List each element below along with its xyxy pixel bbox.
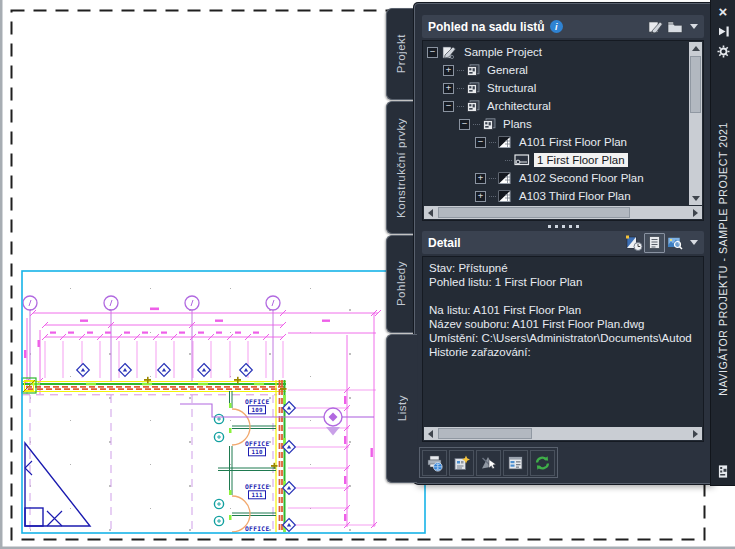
detail-panel: Stav: Přístupné Pohled listu: 1 First Fl… — [422, 256, 704, 442]
scroll-left-arrow[interactable] — [428, 209, 433, 217]
tree-item-structural[interactable]: + Structural — [427, 79, 703, 97]
room-label: OFFICE — [245, 440, 270, 447]
open-folder-icon[interactable] — [665, 18, 684, 36]
subset-icon — [466, 64, 480, 76]
scroll-right-arrow[interactable] — [693, 430, 698, 438]
collapse-toggle[interactable]: − — [475, 137, 486, 148]
tab-label: Projekt — [395, 34, 407, 73]
sheet-selections-icon — [507, 455, 524, 471]
sheets-toolbar — [419, 447, 558, 478]
scroll-up-arrow[interactable] — [692, 46, 700, 51]
chevron-down-icon[interactable] — [690, 24, 698, 29]
scrollbar-thumb[interactable] — [690, 56, 701, 113]
tree-item-label: Architectural — [484, 99, 554, 113]
subset-icon — [466, 100, 480, 112]
publish-button[interactable] — [422, 450, 447, 476]
tree-item-sample-project[interactable]: − Sample Project — [427, 43, 703, 61]
tree-item-label: Plans — [500, 117, 535, 131]
collapse-toggle[interactable]: − — [427, 47, 438, 58]
palette-window-icon[interactable] — [714, 464, 732, 479]
room-label: OFFICE — [245, 483, 270, 490]
repath-icon — [480, 455, 497, 471]
window-edge-left — [0, 0, 3, 549]
sheet-selections-button[interactable] — [503, 450, 528, 476]
detail-location-line: Umístění: C:\Users\Administrator\Documen… — [423, 331, 703, 345]
tab-projekt[interactable]: Projekt — [386, 8, 415, 100]
detail-blank-line — [423, 289, 703, 303]
info-icon[interactable]: i — [550, 20, 563, 33]
view-icon — [514, 154, 530, 166]
wall-end-cap — [22, 378, 36, 393]
chevron-down-icon[interactable] — [690, 240, 698, 245]
etransmit-button[interactable] — [449, 450, 474, 476]
project-navigator-palette: Pohled na sadu listů i − — [414, 3, 711, 484]
sheet-icon — [498, 190, 512, 203]
tree-item-first-floor-view[interactable]: 1 First Floor Plan — [427, 151, 703, 169]
expand-toggle[interactable]: + — [443, 65, 454, 76]
scroll-down-arrow[interactable] — [692, 196, 700, 201]
sheet-icon — [498, 136, 512, 149]
etransmit-icon — [453, 455, 470, 471]
tree-item-general[interactable]: + General — [427, 61, 703, 79]
palette-title[interactable]: NAVIGÁTOR PROJEKTU - SAMPLE PROJECT 2021 — [717, 59, 729, 459]
repath-button[interactable] — [476, 450, 501, 476]
detail-horizontal-scrollbar[interactable] — [424, 427, 702, 440]
tree-item-label: A103 Third Floor Plan — [516, 189, 634, 203]
auto-hide-pin-icon[interactable] — [714, 24, 732, 39]
tree-item-label: A101 First Floor Plan — [516, 135, 630, 149]
autocad-window: OFFICE 109 OFFICE 110 OFFICE 111 OFFICE — [0, 0, 735, 549]
edit-sheet-set-icon[interactable] — [646, 18, 665, 36]
tree-vertical-scrollbar[interactable] — [689, 42, 702, 205]
tree-horizontal-scrollbar[interactable] — [424, 206, 702, 219]
project-icon — [441, 45, 457, 59]
sheet-set-header: Pohled na sadu listů i — [422, 15, 704, 38]
scroll-right-arrow[interactable] — [693, 209, 698, 217]
sheet-tree: − Sample Project + — [422, 40, 704, 221]
palette-titlebar: × NAVIGÁTOR PROJEKTU - SAMPLE PROJECT 20… — [711, 0, 735, 485]
properties-gear-icon[interactable] — [714, 44, 732, 59]
scrollbar-thumb[interactable] — [438, 207, 630, 218]
tab-konstrukcni-prvky[interactable]: Konstrukční prvky — [386, 101, 415, 234]
expand-toggle[interactable]: + — [475, 191, 486, 202]
tree-item-a102[interactable]: + A102 Second Floor Plan — [427, 169, 703, 187]
tab-label: Konstrukční prvky — [395, 118, 407, 218]
preview-image-icon[interactable] — [665, 234, 684, 252]
tree-item-architectural[interactable]: − Architectural — [427, 97, 703, 115]
scroll-left-arrow[interactable] — [428, 430, 433, 438]
detail-sheet-view-line: Pohled listu: 1 First Floor Plan — [423, 275, 703, 289]
room-number: 111 — [252, 492, 264, 498]
sheet-history-icon[interactable] — [625, 234, 644, 252]
tree-item-a101[interactable]: − A101 First Floor Plan — [427, 133, 703, 151]
collapse-toggle[interactable]: − — [443, 101, 454, 112]
detail-header-title: Detail — [428, 236, 461, 250]
collapse-toggle[interactable]: − — [459, 119, 470, 130]
expand-toggle[interactable]: + — [475, 173, 486, 184]
sheet-set-header-title: Pohled na sadu listů — [428, 20, 545, 34]
subset-icon — [482, 118, 496, 130]
refresh-button[interactable] — [530, 450, 555, 476]
tree-item-plans[interactable]: − Plans — [427, 115, 703, 133]
scrollbar-thumb[interactable] — [438, 428, 532, 439]
tree-item-label: 1 First Floor Plan — [534, 153, 628, 167]
room-number: 109 — [252, 407, 264, 413]
room-label: OFFICE — [245, 525, 270, 532]
panel-splitter[interactable] — [422, 222, 704, 231]
sheet-icon — [498, 172, 512, 185]
tree-item-label: General — [484, 63, 531, 77]
tree-item-label: A102 Second Floor Plan — [516, 171, 647, 185]
tab-label: Listy — [396, 395, 408, 421]
tab-label: Pohledy — [395, 261, 407, 306]
close-icon[interactable]: × — [714, 4, 732, 19]
tab-pohledy[interactable]: Pohledy — [386, 235, 415, 333]
tree-item-a103[interactable]: + A103 Third Floor Plan — [427, 187, 703, 205]
tab-listy[interactable]: Listy — [386, 334, 417, 483]
room-number: 110 — [252, 449, 264, 455]
detail-header: Detail — [422, 231, 704, 254]
detail-filename-line: Název souboru: A101 First Floor Plan.dwg — [423, 317, 703, 331]
subset-icon — [466, 82, 480, 94]
expand-toggle[interactable]: + — [443, 83, 454, 94]
detail-status-line: Stav: Přístupné — [423, 261, 703, 275]
tree-item-label: Sample Project — [461, 45, 545, 59]
details-text-icon[interactable] — [644, 233, 665, 253]
room-label: OFFICE — [245, 398, 270, 405]
